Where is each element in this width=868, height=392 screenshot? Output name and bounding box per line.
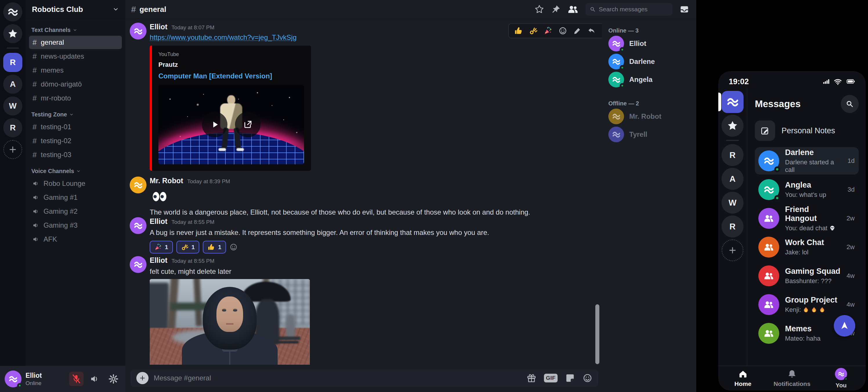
member-angela[interactable]: Angela: [608, 71, 693, 88]
member-tyrell[interactable]: Tyrell: [608, 126, 693, 143]
member-darlene[interactable]: Darlene: [608, 53, 693, 70]
server-icon-w[interactable]: W: [3, 96, 22, 116]
search-button[interactable]: [841, 95, 859, 113]
desktop-chat-app: R A W R Robotics Club Text Channels #gen…: [0, 0, 696, 392]
reply-button[interactable]: [587, 27, 596, 35]
channel-testing-03[interactable]: #testing-03: [29, 148, 122, 162]
member-list-toggle-button[interactable]: [567, 4, 579, 15]
section-voice-channels[interactable]: Voice Channels: [29, 162, 122, 176]
nav-you[interactable]: You: [817, 366, 866, 391]
add-reaction-button[interactable]: [229, 243, 238, 251]
sticker-picker-button[interactable]: [565, 373, 575, 383]
play-button[interactable]: [202, 112, 227, 137]
open-external-button[interactable]: [235, 112, 260, 137]
member-elliot[interactable]: Elliot: [608, 35, 693, 52]
nav-home[interactable]: Home: [718, 366, 767, 391]
chat-scrollbar[interactable]: [595, 304, 599, 364]
pinned-messages-button[interactable]: [551, 5, 560, 14]
voice-gaming-2[interactable]: Gaming #2: [29, 205, 122, 218]
user-avatar[interactable]: [5, 370, 22, 387]
new-message-fab[interactable]: [834, 315, 855, 337]
thumbs-up-quick-reaction[interactable]: [514, 26, 523, 35]
voice-gaming-1[interactable]: Gaming #1: [29, 191, 122, 204]
server-icon-r1[interactable]: R: [721, 144, 744, 166]
avatar[interactable]: [130, 217, 147, 234]
avatar: [608, 36, 624, 51]
channel-testing-02[interactable]: #testing-02: [29, 134, 122, 147]
voice-gaming-3[interactable]: Gaming #3: [29, 219, 122, 232]
app-home-button[interactable]: [3, 2, 22, 22]
voice-robo-lounge[interactable]: Robo Lounge: [29, 177, 122, 190]
inbox-button[interactable]: [679, 4, 689, 14]
channel-general[interactable]: #general: [29, 36, 122, 49]
conversation-friend-hangout[interactable]: Friend Hangout You: dead chat 2w: [755, 205, 859, 232]
search-input[interactable]: Search messages: [585, 3, 673, 16]
member-mr-robot[interactable]: Mr. Robot: [608, 108, 693, 125]
attach-file-button[interactable]: [136, 372, 149, 384]
conversation-work-chat[interactable]: Work Chat Jake: lol 2w: [755, 233, 859, 261]
message-author[interactable]: Mr. Robot: [150, 176, 183, 185]
ok-hand-quick-reaction[interactable]: [529, 26, 537, 35]
server-icon-a[interactable]: A: [3, 75, 22, 94]
conversation-group-project[interactable]: Group Project Kenji: 4w: [755, 291, 859, 318]
reaction-party-popper[interactable]: 1: [150, 241, 173, 253]
wave-avatar-icon: [612, 75, 621, 84]
server-header-dropdown[interactable]: Robotics Club: [26, 0, 125, 19]
avatar[interactable]: [130, 23, 147, 39]
avatar[interactable]: [130, 176, 147, 193]
voice-afk[interactable]: AFK: [29, 232, 122, 246]
online-members-header: Online — 3: [608, 27, 693, 34]
message-author[interactable]: Elliot: [150, 256, 167, 264]
conversation-anglea[interactable]: Anglea You: what’s up 3d: [755, 176, 859, 203]
embed-channel-name[interactable]: Prautz: [158, 61, 305, 68]
photo-attachment[interactable]: [150, 279, 310, 365]
channel-testing-01[interactable]: #testing-01: [29, 120, 122, 134]
add-server-button[interactable]: [721, 239, 744, 261]
gif-picker-button[interactable]: GIF: [544, 374, 558, 383]
hash-icon: #: [131, 4, 136, 14]
channel-news-updates[interactable]: #news-updates: [29, 50, 122, 63]
message-actions-toolbar: [508, 23, 602, 38]
channel-mr-roboto[interactable]: #mr-roboto: [29, 91, 122, 105]
server-icon-robotics[interactable]: R: [3, 53, 22, 72]
deafen-button[interactable]: [88, 372, 102, 386]
personal-notes-row[interactable]: Personal Notes: [755, 120, 859, 141]
server-icon-a[interactable]: A: [721, 168, 744, 190]
chevron-down-icon: [69, 112, 74, 117]
reaction-ok-hand[interactable]: 1: [176, 241, 199, 253]
speaker-icon: [32, 236, 39, 243]
conversation-darlene[interactable]: Darlene Darlene started a call 1d: [755, 147, 859, 174]
embed-video-title-link[interactable]: Computer Man [Extended Version]: [158, 72, 305, 80]
server-icon-r2[interactable]: R: [3, 118, 22, 137]
app-home-button[interactable]: [721, 91, 744, 113]
microphone-mute-button[interactable]: [69, 372, 84, 386]
message-author[interactable]: Elliot: [150, 23, 167, 31]
conversation-gaming-squad[interactable]: Gaming Squad Basshunter: ??? 4w: [755, 262, 859, 289]
favorite-channel-button[interactable]: [534, 4, 544, 14]
message-timestamp: Today at 8:55 PM: [172, 219, 214, 225]
avatar[interactable]: [130, 256, 147, 273]
emoji-picker-button[interactable]: [583, 373, 592, 383]
server-icon-r2[interactable]: R: [721, 216, 744, 237]
favorites-button[interactable]: [3, 24, 22, 43]
nav-notifications[interactable]: Notifications: [767, 366, 816, 391]
channel-memes[interactable]: #memes: [29, 64, 122, 77]
edit-message-button[interactable]: [573, 27, 581, 35]
add-reaction-button[interactable]: [558, 26, 567, 35]
add-server-button[interactable]: [3, 140, 22, 159]
server-icon-w[interactable]: W: [721, 192, 744, 214]
search-icon: [845, 100, 854, 108]
channel-domo-arigato[interactable]: #dōmo-arigatō: [29, 78, 122, 91]
party-popper-quick-reaction[interactable]: [544, 26, 552, 35]
section-text-channels[interactable]: Text Channels: [29, 21, 122, 35]
settings-button[interactable]: [106, 372, 121, 386]
message-input-placeholder[interactable]: Message #general: [154, 374, 521, 382]
message-input-bar[interactable]: Message #general GIF: [130, 369, 598, 387]
wave-logo-icon: [726, 95, 739, 109]
message-author[interactable]: Elliot: [150, 217, 167, 226]
user-panel: Elliot Online: [0, 366, 125, 392]
gift-button[interactable]: [527, 373, 536, 383]
section-testing-zone[interactable]: Testing Zone: [29, 105, 122, 120]
reaction-thumbs-up[interactable]: 1: [203, 241, 226, 253]
favorites-button[interactable]: [721, 115, 744, 137]
